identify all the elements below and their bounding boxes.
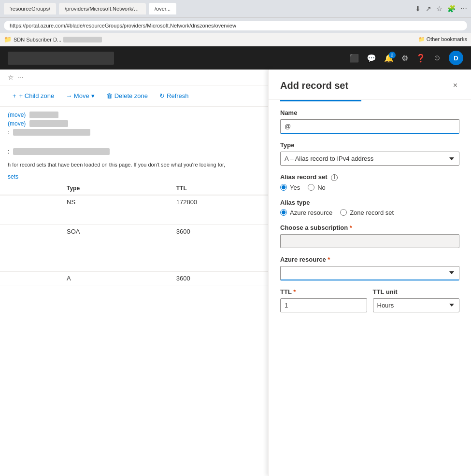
share-icon[interactable]: ↗: [426, 5, 431, 13]
alias-radio-group: Yes No: [280, 184, 459, 191]
download-icon[interactable]: ⬇: [415, 5, 421, 13]
row-name-ns: [0, 195, 59, 225]
extension-icon[interactable]: 🧩: [447, 5, 456, 13]
bookmark-folder-icon: 📁: [4, 36, 12, 43]
address-input[interactable]: [4, 21, 467, 30]
type-form-group: Type A – Alias record to IPv4 address: [280, 141, 459, 166]
bookmarks-bar: 📁 SDN Subscriber D... 📁 Other bookmarks: [0, 33, 471, 46]
ellipsis-icon[interactable]: ···: [18, 73, 24, 81]
tab-2[interactable]: /providers/Microsoft.Network/dnszones/: [59, 3, 146, 14]
subscription-select[interactable]: [280, 234, 459, 248]
trash-icon: 🗑: [106, 92, 113, 99]
portal-header: ⬛ 💬 🔔 2 ⚙ ❓ ☺ D: [0, 46, 471, 70]
alias-type-form-group: Alias type Azure resource Zone record se…: [280, 199, 459, 216]
alias-yes-radio[interactable]: Yes: [280, 184, 300, 191]
alias-record-set-label: Alias record set i: [280, 173, 459, 181]
bookmark-label: SDN Subscriber D...: [14, 37, 61, 42]
dns-value-blurred-1: [29, 112, 58, 118]
feedback2-icon[interactable]: ☺: [433, 54, 441, 62]
help-icon[interactable]: ❓: [416, 54, 426, 63]
name-label: Name: [280, 109, 459, 116]
col-name: [0, 182, 59, 195]
alias-type-label: Alias type: [280, 199, 459, 206]
ttl-row: TTL * TTL unit Seconds Minutes Hours Day…: [280, 288, 459, 320]
alias-no-radio[interactable]: No: [308, 184, 326, 191]
other-bookmarks[interactable]: 📁 Other bookmarks: [418, 36, 467, 42]
row-type-ns: NS: [59, 195, 169, 225]
dns-value-blurred-2: [29, 120, 68, 127]
alias-info-icon[interactable]: i: [331, 174, 338, 181]
subscription-label: Choose a subscription *: [280, 224, 459, 231]
tab-1[interactable]: 'resourceGroups/: [4, 3, 56, 14]
alias-azure-input[interactable]: [280, 209, 287, 216]
alias-yes-input[interactable]: [280, 184, 287, 191]
add-record-set-drawer: Add record set × Name Type A – Alias rec…: [268, 70, 471, 476]
name-input[interactable]: [280, 119, 459, 134]
notification-bell[interactable]: 🔔 2: [384, 54, 394, 63]
cloud-shell-icon[interactable]: ⬛: [349, 54, 359, 63]
bookmark-icon[interactable]: ☆: [436, 5, 442, 13]
row-type-soa: SOA: [59, 225, 169, 272]
row-name-a: [0, 272, 59, 285]
subscription-required: *: [350, 224, 352, 231]
bookmark-folder-icon2: 📁: [418, 36, 425, 42]
ttl-unit-select[interactable]: Seconds Minutes Hours Days: [373, 298, 460, 312]
ttl-form-group: TTL *: [280, 288, 367, 312]
col-type: Type: [59, 182, 169, 195]
avatar[interactable]: D: [449, 51, 463, 65]
delete-zone-button[interactable]: 🗑 Delete zone: [101, 89, 153, 102]
refresh-icon: ↻: [159, 92, 165, 99]
tab-3[interactable]: /over...: [149, 3, 176, 14]
chevron-down-icon: ▾: [91, 92, 95, 99]
ttl-label: TTL *: [280, 288, 367, 295]
browser-tab-bar: 'resourceGroups/ /providers/Microsoft.Ne…: [0, 0, 471, 17]
feedback-icon[interactable]: 💬: [367, 54, 376, 63]
drawer-title: Add record set: [280, 80, 348, 91]
header-icons: ⬛ 💬 🔔 2 ⚙ ❓ ☺ D: [349, 51, 463, 65]
alias-no-input[interactable]: [308, 184, 314, 191]
ttl-input[interactable]: [280, 298, 367, 312]
drawer-body: Name Type A – Alias record to IPv4 addre…: [269, 101, 471, 476]
row-type-a: A: [59, 272, 169, 285]
azure-resource-label: Azure resource *: [280, 256, 459, 263]
blurred-text: [63, 37, 102, 42]
move-link-1[interactable]: (move): [8, 112, 26, 118]
browser-controls: ⬇ ↗ ☆ 🧩 ⋯: [415, 5, 467, 13]
refresh-button[interactable]: ↻ Refresh: [155, 89, 194, 102]
ttl-unit-label: TTL unit: [373, 288, 460, 295]
type-select[interactable]: A – Alias record to IPv4 address: [280, 152, 459, 166]
dns-value-blurred-3: [13, 129, 90, 136]
portal-search-input[interactable]: [8, 52, 114, 65]
notification-badge-count: 2: [389, 52, 396, 58]
azure-resource-select[interactable]: [280, 266, 459, 280]
move-link-2[interactable]: (move): [8, 120, 26, 127]
ttl-required: *: [293, 288, 296, 295]
drawer-close-button[interactable]: ×: [451, 79, 459, 92]
azure-resource-form-group: Azure resource *: [280, 256, 459, 280]
dns-value-blurred-4: [13, 148, 110, 155]
main-content: ☆ ··· + + Child zone → Move ▾ 🗑 Delete z…: [0, 70, 471, 476]
move-button[interactable]: → Move ▾: [61, 89, 99, 102]
azure-resource-required: *: [328, 256, 330, 263]
subscription-form-group: Choose a subscription *: [280, 224, 459, 248]
ttl-unit-form-group: TTL unit Seconds Minutes Hours Days: [373, 288, 460, 312]
alias-zone-input[interactable]: [340, 209, 347, 216]
alias-zone-radio[interactable]: Zone record set: [340, 209, 394, 216]
row-name-soa: [0, 225, 59, 272]
alias-type-radio-group: Azure resource Zone record set: [280, 209, 459, 216]
settings-icon[interactable]: ⚙: [401, 54, 408, 63]
plus-icon: +: [13, 92, 16, 99]
alias-record-set-form-group: Alias record set i Yes No: [280, 173, 459, 191]
child-zone-button[interactable]: + + Child zone: [8, 89, 59, 102]
alias-azure-radio[interactable]: Azure resource: [280, 209, 332, 216]
name-form-group: Name: [280, 109, 459, 134]
favorite-star-icon[interactable]: ☆: [8, 73, 14, 81]
address-bar-row: [0, 17, 471, 33]
type-label: Type: [280, 141, 459, 149]
bookmark-sdn[interactable]: 📁 SDN Subscriber D...: [4, 36, 102, 43]
puzzle-icon[interactable]: ⋯: [460, 5, 467, 13]
drawer-header: Add record set ×: [269, 70, 471, 100]
